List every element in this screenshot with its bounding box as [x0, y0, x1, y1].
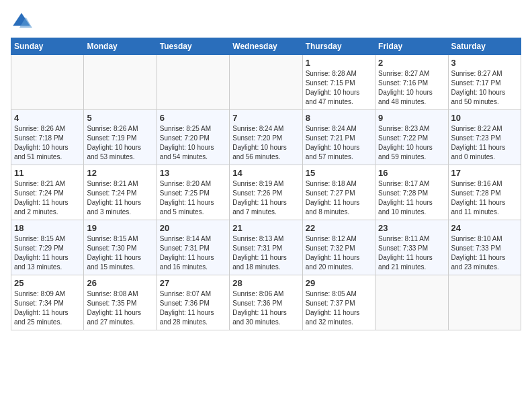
day-number: 10: [451, 113, 518, 123]
calendar-cell: 21Sunrise: 8:13 AM Sunset: 7:31 PM Dayli…: [230, 220, 302, 275]
day-detail: Sunrise: 8:27 AM Sunset: 7:16 PM Dayligh…: [378, 69, 445, 107]
day-number: 5: [87, 113, 153, 123]
day-header-friday: Friday: [375, 38, 448, 55]
day-number: 7: [232, 113, 299, 123]
day-number: 4: [14, 113, 81, 123]
calendar-cell: 27Sunrise: 8:07 AM Sunset: 7:36 PM Dayli…: [157, 275, 229, 330]
day-header-sunday: Sunday: [11, 38, 84, 55]
day-number: 13: [160, 168, 226, 178]
calendar-cell: [230, 55, 302, 110]
day-number: 1: [306, 58, 372, 68]
calendar-cell: 3Sunrise: 8:27 AM Sunset: 7:17 PM Daylig…: [448, 55, 521, 110]
calendar-cell: 23Sunrise: 8:11 AM Sunset: 7:33 PM Dayli…: [375, 220, 448, 275]
calendar-table: SundayMondayTuesdayWednesdayThursdayFrid…: [11, 38, 521, 330]
calendar-cell: 15Sunrise: 8:18 AM Sunset: 7:27 PM Dayli…: [302, 165, 375, 220]
calendar-cell: 14Sunrise: 8:19 AM Sunset: 7:26 PM Dayli…: [230, 165, 302, 220]
day-number: 17: [451, 168, 518, 178]
day-detail: Sunrise: 8:15 AM Sunset: 7:30 PM Dayligh…: [87, 234, 153, 272]
day-number: 18: [14, 223, 81, 233]
day-detail: Sunrise: 8:09 AM Sunset: 7:34 PM Dayligh…: [14, 289, 81, 327]
day-header-monday: Monday: [84, 38, 157, 55]
calendar-cell: 16Sunrise: 8:17 AM Sunset: 7:28 PM Dayli…: [375, 165, 448, 220]
calendar-week-0: 1Sunrise: 8:28 AM Sunset: 7:15 PM Daylig…: [11, 55, 521, 110]
calendar-week-4: 25Sunrise: 8:09 AM Sunset: 7:34 PM Dayli…: [11, 275, 521, 330]
day-detail: Sunrise: 8:21 AM Sunset: 7:24 PM Dayligh…: [14, 179, 81, 217]
day-detail: Sunrise: 8:27 AM Sunset: 7:17 PM Dayligh…: [451, 69, 518, 107]
day-detail: Sunrise: 8:17 AM Sunset: 7:28 PM Dayligh…: [378, 179, 445, 217]
calendar-cell: 13Sunrise: 8:20 AM Sunset: 7:25 PM Dayli…: [157, 165, 229, 220]
day-detail: Sunrise: 8:28 AM Sunset: 7:15 PM Dayligh…: [306, 69, 372, 107]
day-header-thursday: Thursday: [302, 38, 375, 55]
day-number: 16: [378, 168, 445, 178]
day-detail: Sunrise: 8:14 AM Sunset: 7:31 PM Dayligh…: [160, 234, 226, 272]
day-detail: Sunrise: 8:21 AM Sunset: 7:24 PM Dayligh…: [87, 179, 153, 217]
day-detail: Sunrise: 8:13 AM Sunset: 7:31 PM Dayligh…: [232, 234, 299, 272]
calendar-cell: 24Sunrise: 8:10 AM Sunset: 7:33 PM Dayli…: [448, 220, 521, 275]
day-number: 3: [451, 58, 518, 68]
day-detail: Sunrise: 8:26 AM Sunset: 7:18 PM Dayligh…: [14, 124, 81, 162]
day-detail: Sunrise: 8:15 AM Sunset: 7:29 PM Dayligh…: [14, 234, 81, 272]
day-detail: Sunrise: 8:20 AM Sunset: 7:25 PM Dayligh…: [160, 179, 226, 217]
day-number: 19: [87, 223, 153, 233]
calendar-cell: 9Sunrise: 8:23 AM Sunset: 7:22 PM Daylig…: [375, 110, 448, 165]
day-detail: Sunrise: 8:10 AM Sunset: 7:33 PM Dayligh…: [451, 234, 518, 272]
calendar-cell: 6Sunrise: 8:25 AM Sunset: 7:20 PM Daylig…: [157, 110, 229, 165]
day-detail: Sunrise: 8:26 AM Sunset: 7:19 PM Dayligh…: [87, 124, 153, 162]
day-detail: Sunrise: 8:12 AM Sunset: 7:32 PM Dayligh…: [306, 234, 372, 272]
page-header: [11, 11, 521, 32]
calendar-cell: 1Sunrise: 8:28 AM Sunset: 7:15 PM Daylig…: [302, 55, 375, 110]
day-detail: Sunrise: 8:16 AM Sunset: 7:28 PM Dayligh…: [451, 179, 518, 217]
calendar-cell: 4Sunrise: 8:26 AM Sunset: 7:18 PM Daylig…: [11, 110, 84, 165]
calendar-cell: 18Sunrise: 8:15 AM Sunset: 7:29 PM Dayli…: [11, 220, 84, 275]
day-number: 21: [232, 223, 299, 233]
day-number: 11: [14, 168, 81, 178]
calendar-cell: 19Sunrise: 8:15 AM Sunset: 7:30 PM Dayli…: [84, 220, 157, 275]
day-number: 23: [378, 223, 445, 233]
logo: [11, 11, 35, 32]
day-number: 6: [160, 113, 226, 123]
calendar-cell: 22Sunrise: 8:12 AM Sunset: 7:32 PM Dayli…: [302, 220, 375, 275]
day-detail: Sunrise: 8:11 AM Sunset: 7:33 PM Dayligh…: [378, 234, 445, 272]
calendar-cell: [375, 275, 448, 330]
day-number: 26: [87, 278, 153, 288]
day-detail: Sunrise: 8:23 AM Sunset: 7:22 PM Dayligh…: [378, 124, 445, 162]
day-number: 20: [160, 223, 226, 233]
calendar-cell: 12Sunrise: 8:21 AM Sunset: 7:24 PM Dayli…: [84, 165, 157, 220]
calendar-body: 1Sunrise: 8:28 AM Sunset: 7:15 PM Daylig…: [11, 55, 521, 330]
day-number: 28: [232, 278, 299, 288]
calendar-cell: [157, 55, 229, 110]
day-number: 27: [160, 278, 226, 288]
calendar-cell: [448, 275, 521, 330]
day-number: 22: [306, 223, 372, 233]
calendar-cell: 25Sunrise: 8:09 AM Sunset: 7:34 PM Dayli…: [11, 275, 84, 330]
calendar-cell: 10Sunrise: 8:22 AM Sunset: 7:23 PM Dayli…: [448, 110, 521, 165]
calendar-cell: 11Sunrise: 8:21 AM Sunset: 7:24 PM Dayli…: [11, 165, 84, 220]
day-number: 24: [451, 223, 518, 233]
calendar-cell: [11, 55, 84, 110]
calendar-week-3: 18Sunrise: 8:15 AM Sunset: 7:29 PM Dayli…: [11, 220, 521, 275]
day-detail: Sunrise: 8:24 AM Sunset: 7:21 PM Dayligh…: [306, 124, 372, 162]
day-header-saturday: Saturday: [448, 38, 521, 55]
day-number: 8: [306, 113, 372, 123]
calendar-cell: 2Sunrise: 8:27 AM Sunset: 7:16 PM Daylig…: [375, 55, 448, 110]
day-detail: Sunrise: 8:25 AM Sunset: 7:20 PM Dayligh…: [160, 124, 226, 162]
calendar-cell: 28Sunrise: 8:06 AM Sunset: 7:36 PM Dayli…: [230, 275, 302, 330]
day-detail: Sunrise: 8:07 AM Sunset: 7:36 PM Dayligh…: [160, 289, 226, 327]
day-detail: Sunrise: 8:24 AM Sunset: 7:20 PM Dayligh…: [232, 124, 299, 162]
day-number: 15: [306, 168, 372, 178]
day-detail: Sunrise: 8:05 AM Sunset: 7:37 PM Dayligh…: [306, 289, 372, 327]
day-detail: Sunrise: 8:19 AM Sunset: 7:26 PM Dayligh…: [232, 179, 299, 217]
calendar-cell: 17Sunrise: 8:16 AM Sunset: 7:28 PM Dayli…: [448, 165, 521, 220]
day-number: 2: [378, 58, 445, 68]
calendar-header-row: SundayMondayTuesdayWednesdayThursdayFrid…: [11, 38, 521, 55]
day-detail: Sunrise: 8:18 AM Sunset: 7:27 PM Dayligh…: [306, 179, 372, 217]
day-detail: Sunrise: 8:08 AM Sunset: 7:35 PM Dayligh…: [87, 289, 153, 327]
calendar-cell: [84, 55, 157, 110]
calendar-cell: 26Sunrise: 8:08 AM Sunset: 7:35 PM Dayli…: [84, 275, 157, 330]
day-header-wednesday: Wednesday: [230, 38, 302, 55]
calendar-week-2: 11Sunrise: 8:21 AM Sunset: 7:24 PM Dayli…: [11, 165, 521, 220]
day-number: 9: [378, 113, 445, 123]
day-number: 12: [87, 168, 153, 178]
day-detail: Sunrise: 8:22 AM Sunset: 7:23 PM Dayligh…: [451, 124, 518, 162]
day-number: 25: [14, 278, 81, 288]
